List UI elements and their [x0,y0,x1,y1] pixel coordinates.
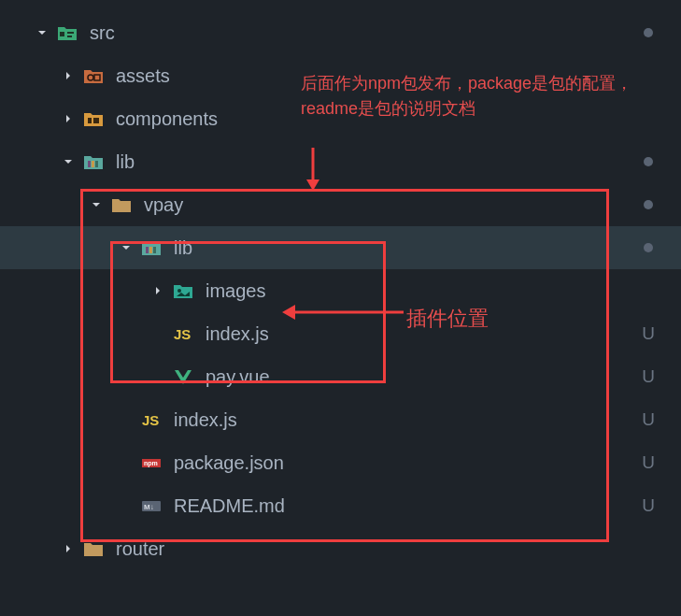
chevron-down-icon [120,243,133,252]
status-untracked: U [642,409,655,430]
svg-text:JS: JS [174,326,191,342]
annotation-plugin-location: 插件位置 [406,305,489,333]
vue-icon [170,367,196,386]
svg-rect-10 [146,247,149,253]
tree-item-router[interactable]: router [0,527,681,570]
svg-rect-8 [92,161,94,167]
svg-rect-12 [153,247,156,253]
js-icon: JS [170,324,196,343]
status-modified-dot [644,28,653,37]
tree-label: README.md [174,495,285,517]
chevron-down-icon [35,28,49,37]
folder-src-icon [54,23,80,42]
svg-text:JS: JS [142,412,159,428]
chevron-down-icon [90,200,103,209]
status-untracked: U [642,495,655,516]
tree-label: index.js [206,323,269,345]
tree-label: index.js [174,409,237,431]
tree-label: images [206,280,265,302]
status-untracked: U [642,452,655,473]
chevron-right-icon [62,544,75,553]
status-modified-dot [644,243,653,252]
tree-item-vpay[interactable]: vpay [0,183,681,226]
tree-item-packagejson[interactable]: npm package.json U [0,441,681,484]
tree-label: router [116,538,164,560]
svg-rect-11 [149,247,152,253]
folder-lib-icon [138,238,164,257]
tree-item-lib[interactable]: lib [0,140,681,183]
tree-label: package.json [174,452,284,474]
svg-rect-0 [60,32,64,36]
tree-label: components [116,108,218,130]
svg-rect-6 [93,118,99,123]
folder-components-icon [80,109,106,128]
tree-label: lib [174,237,192,259]
chevron-right-icon [62,71,75,80]
svg-point-13 [177,289,181,293]
status-untracked: U [642,323,655,344]
status-modified-dot [644,200,653,209]
svg-text:M↓: M↓ [144,503,154,511]
tree-label: lib [116,151,135,173]
status-untracked: U [642,366,655,387]
tree-item-payvue[interactable]: pay.vue U [0,355,681,398]
folder-lib-icon [80,152,106,171]
folder-images-icon [170,281,196,300]
svg-rect-1 [67,32,74,34]
svg-rect-5 [88,118,92,123]
js-icon: JS [138,410,164,429]
svg-rect-7 [88,161,91,167]
tree-item-lib-inner[interactable]: lib [0,226,681,269]
folder-icon [108,195,135,214]
tree-label: assets [116,65,170,87]
folder-icon [80,539,106,558]
folder-assets-icon [80,66,106,85]
svg-rect-2 [67,36,72,37]
tree-label: vpay [144,194,183,216]
tree-item-images[interactable]: images [0,269,681,312]
chevron-right-icon [62,114,75,123]
status-modified-dot [644,157,653,166]
markdown-icon: M↓ [138,496,164,515]
svg-rect-9 [95,161,98,167]
tree-item-readme[interactable]: M↓ README.md U [0,484,681,527]
tree-item-indexjs-outer[interactable]: JS index.js U [0,398,681,441]
tree-item-src[interactable]: src [0,11,681,54]
chevron-down-icon [62,157,75,166]
tree-item-indexjs-inner[interactable]: JS index.js U [0,312,681,355]
annotation-publish-note: 后面作为npm包发布，package是包的配置，readme是包的说明文档 [301,71,646,122]
svg-text:npm: npm [144,460,158,467]
chevron-right-icon [151,286,164,295]
tree-label: pay.vue [206,366,270,388]
tree-label: src [90,22,115,44]
npm-icon: npm [138,453,164,472]
